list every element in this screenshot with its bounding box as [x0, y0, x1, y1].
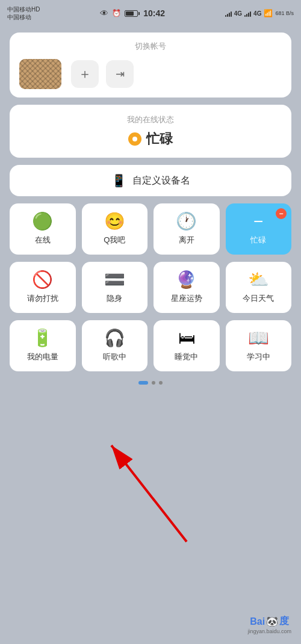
- avatar-pattern: [19, 59, 61, 89]
- sleeping-icon: 🛏: [178, 330, 195, 347]
- status-weather[interactable]: ⛅ 今日天气: [226, 262, 292, 313]
- dnd-icon: 🚫: [32, 271, 53, 288]
- device-card[interactable]: 📱 自定义设备名: [10, 165, 291, 196]
- baidu-logo: Bai 🐼 度: [250, 615, 289, 628]
- status-sleeping[interactable]: 🛏 睡觉中: [154, 320, 220, 371]
- status-studying[interactable]: 📖 学习中: [226, 320, 292, 371]
- weather-icon: ⛅: [248, 271, 269, 288]
- status-away[interactable]: 🕐 离开: [154, 203, 220, 255]
- logout-button[interactable]: ⇥: [106, 60, 134, 88]
- network-type: 4G: [234, 10, 242, 17]
- status-battery[interactable]: 🔋 我的电量: [10, 320, 76, 371]
- account-actions: ＋ ⇥: [71, 60, 282, 88]
- carrier-name2: 中国移动: [7, 13, 40, 21]
- signal-icon: [225, 10, 232, 17]
- studying-icon: 📖: [248, 330, 269, 347]
- add-account-button[interactable]: ＋: [71, 60, 99, 88]
- status-text: 忙碌: [146, 130, 173, 148]
- online-status-label: 我的在线状态: [19, 114, 282, 125]
- device-label: 自定义设备名: [132, 175, 190, 187]
- busy-minus-icon: −: [276, 208, 287, 219]
- qme-label: Q我吧: [104, 235, 125, 246]
- constellation-label: 星座运势: [171, 293, 202, 304]
- sleeping-label: 睡觉中: [175, 351, 198, 362]
- speed-display: 681 B/s: [275, 10, 294, 16]
- logout-icon: ⇥: [116, 67, 125, 81]
- online-status-value: 忙碌: [19, 130, 282, 148]
- music-label: 听歌中: [103, 351, 126, 362]
- status-music[interactable]: 🎧 听歌中: [82, 320, 148, 371]
- wifi-icon: 📶: [264, 9, 273, 17]
- status-invisible[interactable]: 🟰 隐身: [82, 262, 148, 313]
- dnd-label: 请勿打扰: [27, 293, 58, 304]
- online-label: 在线: [35, 235, 51, 246]
- status-online[interactable]: 🟢 在线: [10, 203, 76, 255]
- music-icon: 🎧: [104, 330, 125, 347]
- baidu-bear-icon: 🐼: [266, 616, 278, 627]
- status-dot-inner: [132, 137, 137, 141]
- status-bar: 中国移动HD 中国移动 👁 ⏰ 10:42 4G 4G 📶 681 B/s: [0, 0, 301, 26]
- battery-label: 我的电量: [27, 351, 58, 362]
- eye-icon: 👁: [100, 8, 108, 18]
- pagination: [10, 381, 291, 385]
- status-qme[interactable]: 😊 Q我吧: [82, 203, 148, 255]
- baidu-watermark: Bai 🐼 度 jingyan.baidu.com: [247, 615, 291, 634]
- avatar: [19, 59, 61, 89]
- status-dnd[interactable]: 🚫 请勿打扰: [10, 262, 76, 313]
- away-icon: 🕐: [176, 213, 197, 230]
- online-icon: 🟢: [32, 213, 53, 230]
- dot-1: [138, 381, 148, 385]
- baidu-suffix: 度: [279, 615, 289, 628]
- network-type2: 4G: [253, 10, 261, 17]
- status-busy[interactable]: − − 忙碌: [226, 203, 292, 255]
- carrier-info: 中国移动HD 中国移动: [7, 5, 40, 21]
- busy-icon: −: [253, 213, 263, 230]
- account-label: 切换帐号: [19, 41, 282, 52]
- invisible-icon: 🟰: [104, 271, 125, 288]
- status-center: 👁 ⏰ 10:42: [100, 8, 165, 18]
- signal-icon2: [244, 10, 251, 17]
- svg-line-1: [111, 445, 187, 542]
- baidu-site: jingyan.baidu.com: [247, 628, 291, 634]
- alarm-icon: ⏰: [112, 9, 121, 17]
- device-icon: 📱: [111, 173, 126, 188]
- dot-3: [159, 381, 163, 385]
- account-row: ＋ ⇥: [19, 59, 282, 89]
- status-right: 4G 4G 📶 681 B/s: [225, 9, 294, 17]
- battery-icon: [125, 10, 140, 17]
- studying-label: 学习中: [247, 351, 270, 362]
- weather-label: 今日天气: [243, 293, 274, 304]
- account-card: 切换帐号 ＋ ⇥: [10, 33, 291, 98]
- plus-icon: ＋: [78, 65, 92, 83]
- invisible-label: 隐身: [107, 293, 122, 304]
- constellation-icon: 🔮: [176, 271, 197, 288]
- qme-icon: 😊: [104, 213, 125, 230]
- away-label: 离开: [179, 235, 194, 246]
- status-grid-row1: 🟢 在线 😊 Q我吧 🕐 离开 − − 忙碌: [10, 203, 291, 255]
- baidu-text: Bai: [250, 616, 265, 627]
- status-constellation[interactable]: 🔮 星座运势: [154, 262, 220, 313]
- busy-label: 忙碌: [250, 235, 266, 246]
- time-display: 10:42: [143, 8, 165, 18]
- online-status-card: 我的在线状态 忙碌: [10, 105, 291, 158]
- status-indicator: [128, 132, 141, 146]
- dot-2: [152, 381, 155, 385]
- status-grid-row2: 🚫 请勿打扰 🟰 隐身 🔮 星座运势 ⛅ 今日天气: [10, 262, 291, 313]
- status-grid-row3: 🔋 我的电量 🎧 听歌中 🛏 睡觉中 📖 学习中: [10, 320, 291, 371]
- main-content: 切换帐号 ＋ ⇥ 我的在线状态 忙碌 📱 自定义设: [0, 26, 301, 391]
- battery-status-icon: 🔋: [32, 330, 53, 347]
- carrier-name: 中国移动HD: [7, 5, 40, 13]
